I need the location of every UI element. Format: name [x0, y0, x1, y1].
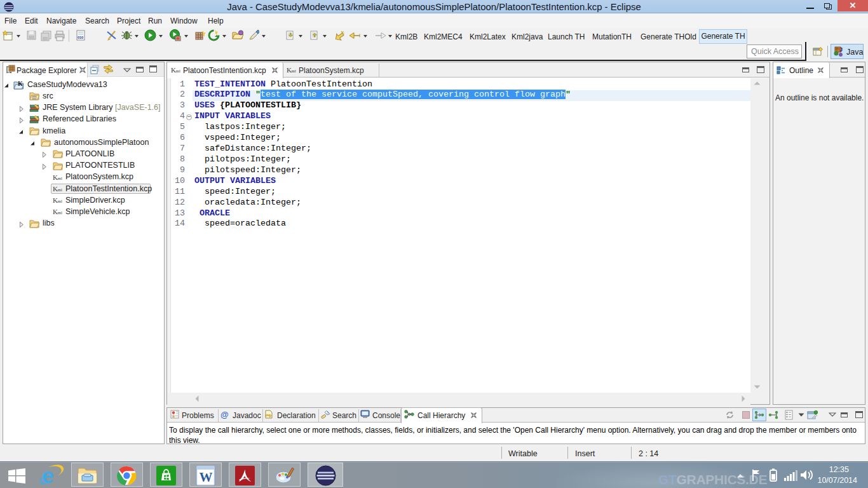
svg-text:J: J — [839, 46, 843, 53]
svg-text:ml: ml — [58, 175, 62, 180]
svg-text:010: 010 — [78, 36, 83, 39]
svg-text:ml: ml — [176, 69, 180, 74]
svg-text:ml: ml — [58, 199, 62, 204]
svg-text:W: W — [200, 470, 213, 485]
svg-text:ml: ml — [292, 69, 296, 74]
svg-text:ml: ml — [58, 210, 62, 215]
svg-text:ml: ml — [58, 187, 62, 193]
svg-text:K: K — [18, 80, 23, 87]
svg-text:@: @ — [220, 410, 229, 419]
